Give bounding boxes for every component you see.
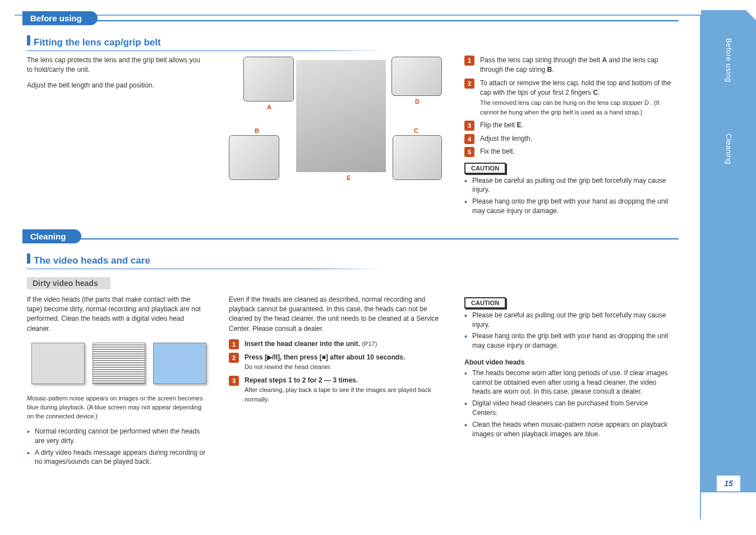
left-column: The lens cap protects the lens and the g… <box>27 56 206 218</box>
step-1: Pass the lens cap string through the bel… <box>464 56 677 75</box>
left-column-2: If the video heads (the parts that make … <box>27 295 206 469</box>
callout-b: B <box>255 127 259 134</box>
cstep-3-text: Repeat steps 1 to 2 for 2 — 3 times. <box>245 376 358 384</box>
heading-row: Fitting the lens cap/grip belt <box>27 35 684 48</box>
about-a: The heads become worn after long periods… <box>464 368 672 396</box>
notes-bullets: Normal recording cannot be performed whe… <box>27 427 206 467</box>
illus-detail-c <box>393 135 442 180</box>
callout-c: C <box>414 127 418 134</box>
right-column-2: CAUTION Please be careful as pulling out… <box>464 295 672 469</box>
example-caption: Mosaic-pattern noise appears on images o… <box>27 394 206 421</box>
heading-row-2: The video heads and care <box>27 253 684 266</box>
about-heads-bullets: The heads become worn after long periods… <box>464 368 672 439</box>
step-3-text: Flip the belt E. <box>480 121 523 129</box>
right-column: A D B C E Pass the lens cap string throu… <box>229 56 677 218</box>
caution-label-1: CAUTION <box>464 163 506 174</box>
section-rule <box>22 20 679 21</box>
play-pause-icon: ▶/II <box>267 353 278 362</box>
callout-e: E <box>347 174 351 181</box>
page-content: Before using Fitting the lens cap/grip b… <box>22 11 684 469</box>
cstep-2-text: Press [▶/II], then press [■] after about… <box>245 353 405 361</box>
step-4: Adjust the length. <box>464 134 677 144</box>
thumb-noise <box>93 343 146 384</box>
section-tab-before-using: Before using <box>22 11 98 25</box>
middle-column: Even if the heads are cleaned as describ… <box>229 295 442 469</box>
example-thumbnails <box>31 343 206 384</box>
section-before-using: Before using Fitting the lens cap/grip b… <box>22 11 684 218</box>
corner-fold-icon <box>701 0 756 10</box>
stop-icon: ■ <box>322 353 326 362</box>
section-rule-2 <box>22 238 679 239</box>
section-tab-cleaning: Cleaning <box>22 229 81 243</box>
page-number: 15 <box>717 476 740 491</box>
thumb-mosaic <box>31 343 85 384</box>
note-a: Normal recording cannot be performed whe… <box>27 427 206 446</box>
cstep-2-note: Do not rewind the head cleaner. <box>245 363 331 370</box>
cstep-3-note: After cleaning, play back a tape to see … <box>245 386 431 403</box>
illus-detail-a <box>243 57 294 102</box>
step-2-text: To attach or remove the lens cap, hold t… <box>480 79 671 96</box>
illus-detail-d <box>391 57 442 96</box>
caution-1b: Please hang onto the grip belt with your… <box>464 197 677 216</box>
caution-bullets-1: Please be careful as pulling out the gri… <box>464 176 677 216</box>
step-3: Flip the belt E. <box>464 121 677 130</box>
sidebar: Before using Cleaning <box>701 10 756 492</box>
caution-label-2: CAUTION <box>464 297 506 308</box>
illus-detail-b <box>229 135 279 180</box>
section-cleaning: Cleaning The video heads and care Dirty … <box>22 229 684 469</box>
cstep-2: Press [▶/II], then press [■] after about… <box>229 353 442 372</box>
step-4-text: Adjust the length. <box>480 135 532 142</box>
step-list: Pass the lens cap string through the bel… <box>464 56 677 157</box>
camcorder-illustration: A D B C E <box>229 57 442 180</box>
caution-2a: Please be careful as pulling out the gri… <box>464 311 672 330</box>
thumb-blue <box>153 343 206 384</box>
about-heads-heading: About video heads <box>464 358 672 366</box>
cleaning-steps: Insert the head cleaner into the unit. (… <box>229 339 442 404</box>
caution-1a: Please be careful as pulling out the gri… <box>464 176 677 195</box>
step-5-text: Fix the belt. <box>480 147 515 155</box>
cstep-1: Insert the head cleaner into the unit. (… <box>229 339 442 349</box>
heading-lens-cap: Fitting the lens cap/grip belt <box>34 37 161 48</box>
cstep-1-hint: (P17) <box>362 340 377 347</box>
heading-underline <box>27 50 386 51</box>
cstep-1-text: Insert the head cleaner into the unit. <box>245 340 360 348</box>
illus-main <box>296 60 386 172</box>
caution-2b: Please hang onto the grip belt with your… <box>464 331 672 350</box>
caution-bullets-2: Please be careful as pulling out the gri… <box>464 311 672 350</box>
heading-video-heads: The video heads and care <box>34 255 150 266</box>
left-para-3: If the video heads (the parts that make … <box>27 295 206 334</box>
heading-bar-icon-2 <box>27 253 30 264</box>
step-1-text: Pass the lens cap string through the bel… <box>480 56 658 73</box>
subheading-dirty-heads: Dirty video heads <box>27 277 110 289</box>
step-2: To attach or remove the lens cap, hold t… <box>464 79 677 118</box>
frame-right-rule <box>700 15 701 519</box>
callout-a: A <box>267 104 271 110</box>
about-c: Clean the heads when mosaic-pattern nois… <box>464 420 672 439</box>
left-para-2: Adjust the belt length and the pad posit… <box>27 81 206 90</box>
sidebar-label-2: Cleaning <box>725 133 733 164</box>
note-b: A dirty video heads message appears duri… <box>27 448 206 467</box>
about-b: Digital video head cleaners can be purch… <box>464 399 672 418</box>
cstep-3: Repeat steps 1 to 2 for 2 — 3 times. Aft… <box>229 376 442 405</box>
callout-d: D <box>415 98 420 105</box>
step-2-note: The removed lens cap can be hung on the … <box>480 99 660 116</box>
left-para-1: The lens cap protects the lens and the g… <box>27 56 206 75</box>
sidebar-label-1: Before using <box>725 38 733 82</box>
middle-para: Even if the heads are cleaned as describ… <box>229 295 442 334</box>
heading-underline-2 <box>27 269 386 269</box>
step-5: Fix the belt. <box>464 147 677 156</box>
heading-bar-icon <box>27 35 30 45</box>
